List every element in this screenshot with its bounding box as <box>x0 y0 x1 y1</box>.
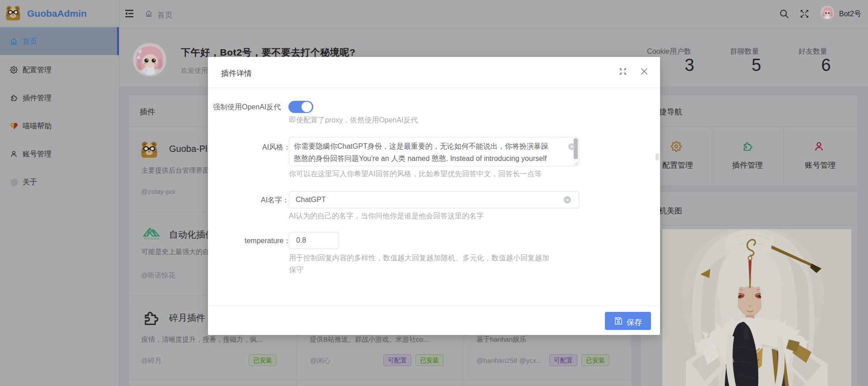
svg-text:AUTO PLUGIN: AUTO PLUGIN <box>143 238 159 240</box>
